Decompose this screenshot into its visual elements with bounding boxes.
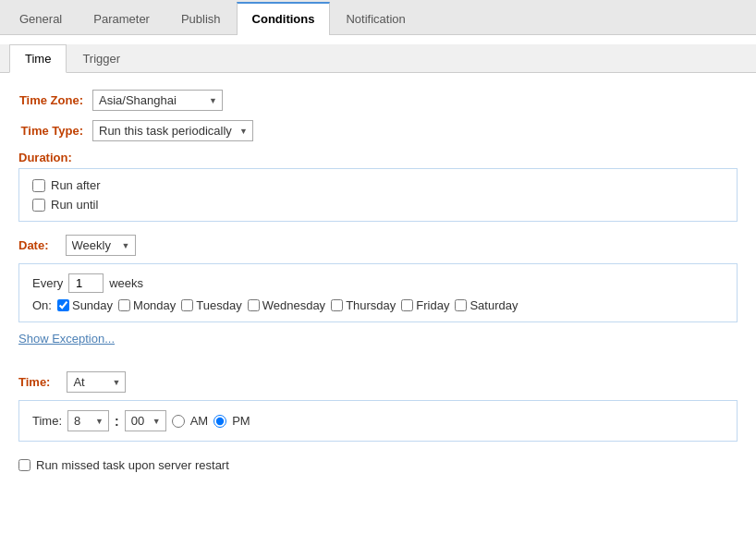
timetype-row: Time Type: Run this task periodically Ru… (18, 120, 738, 141)
saturday-label: Saturday (469, 298, 518, 312)
run-after-checkbox[interactable] (32, 179, 45, 192)
time-type-row: Time: At Every (18, 371, 738, 393)
sunday-checkbox[interactable] (57, 299, 69, 311)
friday-checkbox[interactable] (401, 299, 413, 311)
timezone-row: Time Zone: Asia/Shanghai UTC America/New… (18, 90, 738, 111)
show-exception-link[interactable]: Show Exception... (18, 332, 115, 346)
tuesday-checkbox[interactable] (181, 299, 193, 311)
show-exception-container: Show Exception... (18, 332, 738, 358)
duration-box: Run after Run until (18, 168, 738, 222)
day-friday: Friday (401, 298, 449, 312)
timezone-select-wrapper[interactable]: Asia/Shanghai UTC America/New_York (92, 90, 223, 111)
day-saturday: Saturday (455, 298, 518, 312)
hour-select-wrapper[interactable]: 1234 5678 9101112 (67, 410, 109, 431)
on-label: On: (32, 298, 52, 312)
wednesday-label: Wednesday (262, 298, 325, 312)
every-input[interactable] (68, 273, 104, 293)
pm-radio[interactable] (213, 415, 226, 428)
time-inner-box: Time: 1234 5678 9101112 : 00153045 (18, 400, 738, 442)
timetype-select-wrapper[interactable]: Run this task periodically Run once (92, 120, 253, 141)
am-radio[interactable] (172, 415, 185, 428)
pm-label: PM (232, 414, 250, 428)
am-label: AM (190, 414, 209, 428)
monday-checkbox[interactable] (118, 299, 130, 311)
sub-tab-time[interactable]: Time (9, 44, 67, 73)
main-content: Time Trigger Time Zone: Asia/Shanghai UT… (0, 35, 756, 500)
minute-select-wrapper[interactable]: 00153045 (125, 410, 166, 431)
wednesday-checkbox[interactable] (248, 299, 260, 311)
run-until-label: Run until (51, 198, 98, 212)
missed-task-label: Run missed task upon server restart (36, 458, 229, 472)
every-label: Every (32, 276, 63, 290)
time-at-select-wrapper[interactable]: At Every (67, 371, 126, 393)
time-at-select[interactable]: At Every (67, 371, 126, 393)
form-area: Time Zone: Asia/Shanghai UTC America/New… (0, 73, 756, 500)
tab-parameter[interactable]: Parameter (78, 2, 165, 34)
date-section: Date: Daily Weekly Monthly Yearly Every … (18, 235, 738, 322)
time-inner-label: Time: (32, 414, 62, 428)
sub-tab-trigger[interactable]: Trigger (67, 44, 136, 73)
top-tab-bar: General Parameter Publish Conditions Not… (0, 0, 756, 35)
weeks-label: weeks (109, 276, 143, 290)
time-colon: : (115, 414, 119, 429)
thursday-label: Thursday (346, 298, 396, 312)
missed-task-row: Run missed task upon server restart (18, 455, 738, 472)
day-sunday: Sunday (57, 298, 113, 312)
time-section: Time: At Every Time: 1234 5678 (18, 371, 738, 472)
date-select-wrapper[interactable]: Daily Weekly Monthly Yearly (66, 235, 136, 256)
duration-section: Duration: Run after Run until (18, 151, 738, 222)
missed-task-checkbox[interactable] (18, 459, 30, 471)
friday-label: Friday (416, 298, 449, 312)
tab-notification[interactable]: Notification (330, 2, 421, 34)
time-inner-row: Time: 1234 5678 9101112 : 00153045 (32, 410, 724, 431)
day-thursday: Thursday (331, 298, 396, 312)
sub-tab-bar: Time Trigger (0, 44, 756, 73)
timetype-label: Time Type: (18, 124, 92, 138)
tab-general[interactable]: General (4, 2, 78, 34)
duration-label: Duration: (18, 151, 738, 164)
thursday-checkbox[interactable] (331, 299, 343, 311)
time-label: Time: (18, 375, 59, 389)
on-row: On: Sunday Monday Tuesday (32, 298, 724, 312)
monday-label: Monday (133, 298, 176, 312)
weekly-box: Every weeks On: Sunday Monday (18, 263, 738, 322)
missed-task-text: Run missed task upon server restart (36, 458, 229, 472)
date-row: Date: Daily Weekly Monthly Yearly (18, 235, 738, 256)
run-until-row: Run until (32, 198, 724, 212)
timezone-label: Time Zone: (18, 93, 92, 107)
tuesday-label: Tuesday (196, 298, 241, 312)
saturday-checkbox[interactable] (455, 299, 467, 311)
timezone-select[interactable]: Asia/Shanghai UTC America/New_York (92, 90, 223, 111)
every-row: Every weeks (32, 273, 724, 293)
day-wednesday: Wednesday (248, 298, 325, 312)
timetype-select[interactable]: Run this task periodically Run once (92, 120, 253, 141)
sunday-label: Sunday (72, 298, 113, 312)
date-label: Date: (18, 238, 58, 252)
date-select[interactable]: Daily Weekly Monthly Yearly (66, 235, 136, 256)
tab-conditions[interactable]: Conditions (237, 2, 331, 35)
tab-publish[interactable]: Publish (165, 2, 237, 34)
hour-select[interactable]: 1234 5678 9101112 (67, 410, 109, 431)
minute-select[interactable]: 00153045 (125, 410, 166, 431)
day-tuesday: Tuesday (181, 298, 241, 312)
run-after-label: Run after (51, 178, 100, 192)
run-until-checkbox[interactable] (32, 199, 45, 212)
day-monday: Monday (118, 298, 176, 312)
run-after-row: Run after (32, 178, 724, 192)
